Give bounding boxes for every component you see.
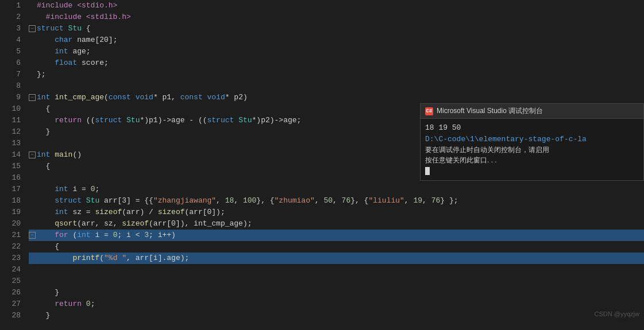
code-line-3: −struct Stu { xyxy=(29,23,644,34)
collapse-icon-9[interactable]: − xyxy=(29,94,36,101)
line-num-6: 6 xyxy=(0,57,21,69)
code-line-27: return 0; xyxy=(29,298,644,310)
line-num-1: 1 xyxy=(0,0,21,11)
collapse-icon-3[interactable]: − xyxy=(29,25,36,32)
code-line-2: #include <stdlib.h> xyxy=(29,11,644,23)
code-line-20: qsort(arr, sz, sizeof(arr[0]), int_cmp_a… xyxy=(29,218,644,230)
line-num-25: 25 xyxy=(0,275,21,287)
debug-title: Microsoft Visual Studio 调试控制台 xyxy=(437,106,543,116)
line-num-8: 8 xyxy=(0,80,21,92)
code-line-4: char name[20]; xyxy=(29,34,644,46)
code-line-28: } xyxy=(29,310,644,321)
debug-output-4: 按任意键关闭此窗口. . . xyxy=(425,155,639,165)
line-num-26: 26 xyxy=(0,287,21,298)
line-num-22: 22 xyxy=(0,241,21,253)
debug-titlebar: C# Microsoft Visual Studio 调试控制台 xyxy=(421,104,643,119)
debug-console[interactable]: C# Microsoft Visual Studio 调试控制台 18 19 5… xyxy=(420,103,644,181)
debug-cursor xyxy=(425,165,639,177)
line-num-16: 16 xyxy=(0,172,21,184)
code-line-7: }; xyxy=(29,69,644,80)
line-num-10: 10 xyxy=(0,103,21,115)
line-numbers: 1234567891011121314151617181920212223242… xyxy=(0,0,24,330)
watermark: CSDN @yyqzjw xyxy=(595,310,639,317)
collapse-icon-21[interactable]: − xyxy=(29,232,36,239)
debug-body: 18 19 50 D:\C-code\1\elementary-stage-of… xyxy=(421,119,643,180)
code-line-25 xyxy=(29,275,644,287)
code-line-6: float score; xyxy=(29,57,644,69)
code-line-19: int sz = sizeof(arr) / sizeof(arr[0]); xyxy=(29,207,644,218)
line-num-7: 7 xyxy=(0,69,21,80)
debug-output-2: D:\C-code\1\elementary-stage-of-c-la xyxy=(425,134,639,145)
code-line-26: } xyxy=(29,287,644,298)
code-line-21: − for (int i = 0; i < 3; i++) xyxy=(29,230,644,241)
debug-icon: C# xyxy=(425,107,433,115)
code-line-23: printf("%d ", arr[i].age); xyxy=(29,253,644,264)
code-line-24 xyxy=(29,264,644,275)
line-num-12: 12 xyxy=(0,126,21,138)
line-num-27: 27 xyxy=(0,298,21,310)
collapse-icon-14[interactable]: − xyxy=(29,152,36,158)
line-num-18: 18 xyxy=(0,195,21,207)
code-line-18: struct Stu arr[3] = {{"zhangjiawang", 18… xyxy=(29,195,644,207)
line-num-20: 20 xyxy=(0,218,21,230)
code-line-8 xyxy=(29,80,644,92)
line-num-21: 21 xyxy=(0,230,21,241)
line-num-19: 19 xyxy=(0,207,21,218)
line-num-13: 13 xyxy=(0,138,21,149)
line-num-24: 24 xyxy=(0,264,21,275)
line-num-23: 23 xyxy=(0,253,21,264)
line-num-28: 28 xyxy=(0,310,21,321)
editor-area: 1234567891011121314151617181920212223242… xyxy=(0,0,644,330)
code-line-9: −int int_cmp_age(const void* p1, const v… xyxy=(29,92,644,103)
code-line-5: int age; xyxy=(29,46,644,57)
debug-output-3: 要在调试停止时自动关闭控制台，请启用 xyxy=(425,145,639,155)
line-num-9: 9 xyxy=(0,92,21,103)
line-num-3: 3 xyxy=(0,23,21,34)
line-num-14: 14 xyxy=(0,149,21,161)
code-line-17: int i = 0; xyxy=(29,184,644,195)
line-num-5: 5 xyxy=(0,46,21,57)
code-line-1: ##include <stdio.h> xyxy=(29,0,644,11)
line-num-2: 2 xyxy=(0,11,21,23)
code-line-22: { xyxy=(29,241,644,253)
line-num-17: 17 xyxy=(0,184,21,195)
line-num-15: 15 xyxy=(0,161,21,172)
line-num-11: 11 xyxy=(0,115,21,126)
debug-output-1: 18 19 50 xyxy=(425,122,639,134)
line-num-4: 4 xyxy=(0,34,21,46)
